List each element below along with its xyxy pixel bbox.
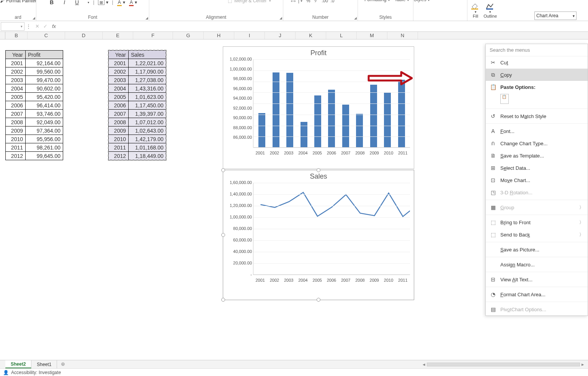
col-header[interactable]: H xyxy=(204,32,234,39)
menu-item-bring-to-front[interactable]: ⬚Bring to Front〉 xyxy=(486,216,588,228)
menu-item-label: Select Data... xyxy=(500,165,530,171)
chevron-right-icon: 〉 xyxy=(579,219,584,226)
sales-table[interactable]: YearSales20011,22,021.0020021,17,090.002… xyxy=(108,50,166,160)
menu-item-reset-to-match-style[interactable]: ↺Reset to Match Style xyxy=(486,110,588,122)
menu-item-paste-options-[interactable]: 📋Paste Options: xyxy=(486,81,588,93)
menu-item-send-to-back[interactable]: ⬚Send to Back〉 xyxy=(486,228,588,241)
menu-item-label: Format Chart Area... xyxy=(500,292,546,297)
menu-item-pivotchart-options-: ▤PivotChart Options... xyxy=(486,303,588,315)
y-axis-labels: 1,60,000.001,40,000.001,20,000.001,00,00… xyxy=(225,180,252,284)
shape-fill-button[interactable]: ▾Fill xyxy=(470,2,480,18)
menu-item-label: Save as Template... xyxy=(500,153,544,159)
new-sheet-button[interactable]: ⊕ xyxy=(57,360,69,368)
col-header[interactable]: E xyxy=(103,32,133,39)
column-headers[interactable]: B C D E F G H I J K L M N xyxy=(0,32,588,39)
sheet-tab[interactable]: Sheet1 xyxy=(31,360,57,368)
col-header[interactable]: I xyxy=(234,32,265,39)
context-menu: Search the menus ✂Cut⧉Copy📋Paste Options… xyxy=(485,44,588,316)
menu-item-view-alt-text-[interactable]: ⊟View Alt Text... xyxy=(486,273,588,286)
status-bar: 👤 Accessibility: Investigate xyxy=(0,368,588,376)
menu-search-input[interactable]: Search the menus xyxy=(486,44,588,56)
chart-element-selector[interactable]: Chart Area ▾ xyxy=(534,11,577,20)
col-header[interactable]: G xyxy=(173,32,204,39)
col-header[interactable]: F xyxy=(133,32,173,39)
col-header[interactable]: J xyxy=(265,32,296,39)
col-header[interactable]: B xyxy=(5,32,28,39)
menu-item-assign-macro-[interactable]: Assign Macro... xyxy=(486,258,588,271)
svg-rect-1 xyxy=(486,8,493,10)
seldata-icon: ⊞ xyxy=(490,164,497,171)
dialog-launcher-icon[interactable]: ◢ xyxy=(33,16,35,20)
reset-icon: ↺ xyxy=(490,113,497,120)
menu-item-label: Cut xyxy=(500,60,508,66)
menu-item-font-[interactable]: AFont... xyxy=(486,125,588,137)
accessibility-icon[interactable]: 👤 xyxy=(3,370,9,375)
menu-item-cut[interactable]: ✂Cut xyxy=(486,56,588,69)
menu-item-select-data-[interactable]: ⊞Select Data... xyxy=(486,162,588,174)
annotation-arrow-icon xyxy=(367,71,413,86)
profit-table[interactable]: YearProfit200192,164.00200299,560.002003… xyxy=(5,50,63,160)
enter-icon[interactable]: ✓ xyxy=(43,23,47,29)
clipboard-group: ard◢ xyxy=(0,0,36,21)
col-header[interactable]: M xyxy=(357,32,387,39)
alttext-icon: ⊟ xyxy=(490,276,497,283)
styles-group: Styles xyxy=(358,0,413,21)
alignment-group: Alignment◢ xyxy=(149,0,283,21)
sheet-tabs: Sheet2 Sheet1 ⊕ ◂ ▸ xyxy=(0,360,588,368)
menu-item-label: Font... xyxy=(500,128,514,134)
x-axis-labels: 2001200220032004200520062007200820092010… xyxy=(223,150,414,157)
front-icon: ⬚ xyxy=(490,219,497,226)
menu-item-change-chart-type-[interactable]: ⫙Change Chart Type... xyxy=(486,137,588,149)
movechart-icon: ⊡ xyxy=(490,177,497,184)
chart-icon: ⫙ xyxy=(490,140,497,147)
dialog-launcher-icon[interactable]: ◢ xyxy=(354,16,357,20)
y-axis-labels: 1,02,000.001,00,000.0098,000.0096,000.00… xyxy=(225,57,252,145)
back-icon: ⬚ xyxy=(490,231,497,238)
horizontal-scrollbar[interactable]: ◂ ▸ xyxy=(423,360,588,368)
col-header[interactable]: C xyxy=(28,32,65,39)
menu-item-label: Assign Macro... xyxy=(500,262,535,268)
sales-chart[interactable]: Sales 1,60,000.001,40,000.001,20,000.001… xyxy=(223,170,414,300)
blank-icon xyxy=(490,246,497,253)
font-icon: A xyxy=(490,128,497,135)
cancel-icon[interactable]: ✕ xyxy=(35,23,39,29)
menu-item-label: View Alt Text... xyxy=(500,277,532,282)
fill-label: Fill xyxy=(473,14,478,18)
menu-item-label: Change Chart Type... xyxy=(500,141,547,146)
outline-label: Outline xyxy=(483,14,497,18)
col-header[interactable]: D xyxy=(65,32,103,39)
shape-outline-button[interactable]: ▾Outline xyxy=(483,2,497,18)
profit-chart[interactable]: Profit 1,02,000.001,00,000.0098,000.0096… xyxy=(223,46,414,169)
menu-item-label: Bring to Front xyxy=(500,220,531,225)
menu-item-save-as-picture-[interactable]: Save as Picture... xyxy=(486,243,588,256)
menu-item-move-chart-[interactable]: ⊡Move Chart... xyxy=(486,174,588,186)
cube-icon: ◳ xyxy=(490,189,497,196)
name-box[interactable]: ▾ xyxy=(1,22,24,31)
menu-item-save-as-template-[interactable]: 🗎Save as Template... xyxy=(486,149,588,162)
menu-item-copy[interactable]: ⧉Copy xyxy=(486,69,588,81)
copy-icon: ⧉ xyxy=(490,71,497,78)
dialog-launcher-icon[interactable]: ◢ xyxy=(279,16,282,20)
font-group: Font◢ xyxy=(36,0,149,21)
col-header[interactable]: L xyxy=(326,32,357,39)
sheet-tab-active[interactable]: Sheet2 xyxy=(5,360,31,368)
savetpl-icon: 🗎 xyxy=(490,152,497,159)
group-icon: ▦ xyxy=(490,204,497,211)
number-group: Number◢ xyxy=(283,0,358,21)
col-header[interactable]: N xyxy=(387,32,418,39)
menu-item-format-chart-area-[interactable]: ◔Format Chart Area... xyxy=(486,288,588,300)
accessibility-status[interactable]: Accessibility: Investigate xyxy=(11,370,61,375)
menu-item-label: Group xyxy=(500,205,514,210)
paste-icon: 📋 xyxy=(490,84,497,90)
menu-item-label: Save as Picture... xyxy=(500,247,539,253)
paste-option-icon[interactable]: 📋 xyxy=(500,94,509,104)
col-header[interactable]: K xyxy=(296,32,326,39)
menu-item-label: Send to Back xyxy=(500,232,530,238)
menu-item-label: 3-D Rotation... xyxy=(500,190,532,195)
ribbon: 🖌 Format Painter B I U ▾ | ⊞ ▾ | A ▾ A ▾… xyxy=(0,0,588,21)
fmt-icon: ◔ xyxy=(490,291,497,298)
chevron-right-icon: 〉 xyxy=(579,232,584,238)
dialog-launcher-icon[interactable]: ◢ xyxy=(145,16,148,20)
sales-plot-area[interactable]: 1,60,000.001,40,000.001,20,000.001,00,00… xyxy=(253,183,410,275)
fx-icon[interactable]: fx xyxy=(51,23,56,29)
